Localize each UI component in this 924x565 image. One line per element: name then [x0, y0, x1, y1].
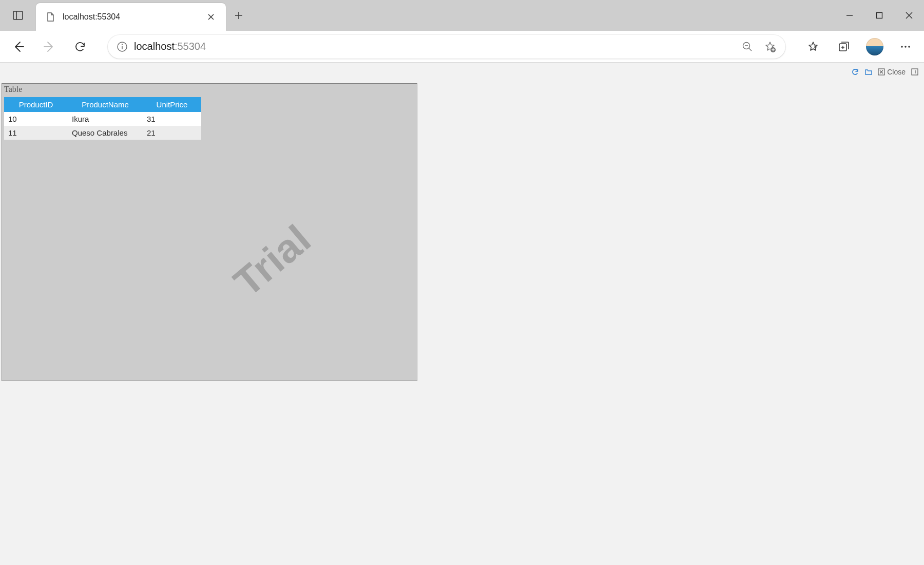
close-icon: [207, 13, 215, 21]
refresh-button[interactable]: [67, 33, 93, 60]
url-host: localhost: [134, 41, 175, 52]
url-text: localhost:55304: [134, 41, 206, 52]
minimize-button[interactable]: [835, 0, 864, 31]
tab-actions-button[interactable]: [0, 0, 36, 31]
cell-productid: 11: [4, 126, 68, 140]
cell-unitprice: 31: [143, 112, 201, 126]
address-bar[interactable]: localhost:55304: [108, 35, 785, 59]
close-icon: [905, 11, 913, 20]
col-header-productname: ProductName: [68, 97, 143, 112]
svg-point-4: [122, 44, 123, 45]
maximize-icon: [876, 12, 883, 19]
dev-open-button[interactable]: [864, 68, 873, 76]
refresh-icon: [74, 41, 86, 53]
col-header-productid: ProductID: [4, 97, 68, 112]
cell-productid: 10: [4, 112, 68, 126]
browser-tab[interactable]: localhost:55304: [36, 3, 226, 31]
dev-close-button[interactable]: Close: [878, 68, 906, 76]
window-controls: [835, 0, 924, 31]
dev-toolbar: Close: [851, 68, 919, 76]
maximize-button[interactable]: [864, 0, 894, 31]
info-icon: [117, 41, 128, 52]
tabpanel-icon: [12, 10, 24, 21]
cell-productname: Ikura: [68, 112, 143, 126]
new-tab-button[interactable]: [226, 0, 252, 31]
tab-close-button[interactable]: [203, 13, 219, 21]
checkbox-x-icon: [878, 68, 885, 76]
page-icon: [45, 12, 55, 22]
dev-close-label: Close: [887, 68, 906, 76]
svg-point-10: [908, 46, 910, 48]
ellipsis-icon: [900, 41, 911, 52]
dev-dock-button[interactable]: [911, 68, 919, 76]
svg-rect-2: [877, 13, 882, 18]
table-row: 10 Ikura 31: [4, 112, 201, 126]
dev-refresh-button[interactable]: [851, 68, 859, 76]
report-title: Table: [2, 84, 417, 97]
svg-point-9: [904, 46, 907, 48]
star-list-icon: [807, 41, 819, 53]
favorite-button[interactable]: [760, 41, 780, 53]
zoom-out-button[interactable]: [738, 41, 757, 52]
profile-button[interactable]: [861, 33, 888, 60]
plus-icon: [234, 11, 243, 20]
svg-point-8: [901, 46, 903, 48]
cell-unitprice: 21: [143, 126, 201, 140]
trial-watermark: Trial: [225, 215, 320, 306]
svg-rect-0: [13, 11, 23, 20]
col-header-unitprice: UnitPrice: [143, 97, 201, 112]
url-port: :55304: [175, 41, 206, 52]
refresh-icon: [851, 68, 859, 76]
avatar: [866, 38, 883, 55]
browser-toolbar: localhost:55304: [0, 31, 924, 63]
browser-titlebar: localhost:55304: [0, 0, 924, 31]
data-table: ProductID ProductName UnitPrice 10 Ikura…: [4, 97, 201, 140]
arrow-right-icon: [43, 40, 56, 53]
table-row: 11 Queso Cabrales 21: [4, 126, 201, 140]
tab-title: localhost:55304: [63, 12, 196, 22]
collections-icon: [838, 41, 850, 53]
forward-button[interactable]: [36, 33, 63, 60]
report-viewer: Table ProductID ProductName UnitPrice 10…: [2, 83, 417, 381]
minimize-icon: [845, 11, 854, 20]
collections-button[interactable]: [831, 33, 857, 60]
arrow-left-icon: [12, 40, 25, 53]
site-info-button[interactable]: [113, 41, 131, 52]
back-button[interactable]: [5, 33, 32, 60]
folder-open-icon: [864, 68, 873, 76]
cell-productname: Queso Cabrales: [68, 126, 143, 140]
favorites-button[interactable]: [800, 33, 826, 60]
dock-icon: [911, 68, 919, 76]
page-content: Close Table ProductID ProductName UnitPr…: [0, 63, 924, 565]
menu-button[interactable]: [892, 33, 919, 60]
table-header-row: ProductID ProductName UnitPrice: [4, 97, 201, 112]
star-plus-icon: [764, 41, 776, 53]
close-window-button[interactable]: [894, 0, 924, 31]
zoom-out-icon: [742, 41, 753, 52]
